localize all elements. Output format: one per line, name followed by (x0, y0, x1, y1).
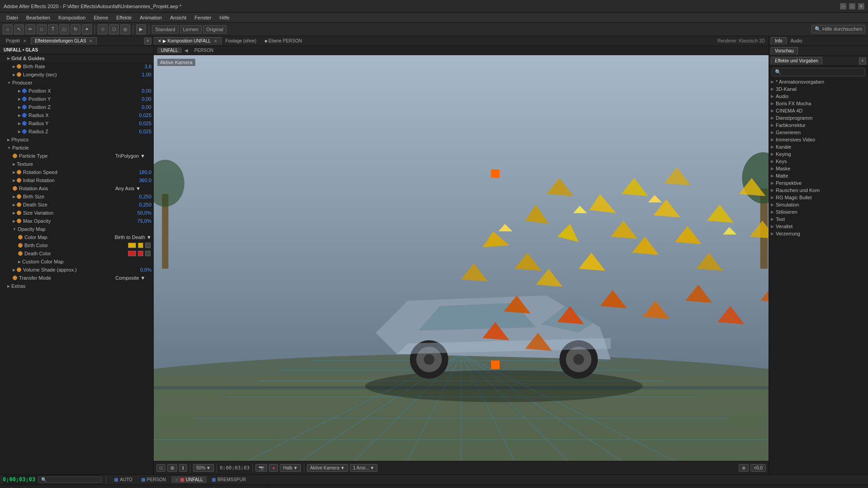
effects-category-item-3[interactable]: ▶ Boris FX Mocha (769, 100, 868, 107)
effects-category-item-0[interactable]: ▶ * Animationsvorgaben (769, 78, 868, 85)
effects-category-item-16[interactable]: ▶ RG Magic Bullet (769, 194, 868, 201)
longevity-toggle[interactable] (13, 73, 15, 77)
transfer-mode-value[interactable]: Composite ▼ (115, 275, 151, 281)
particle-toggle[interactable] (7, 146, 11, 150)
particle-type-value[interactable]: TriPolygon ▼ (115, 153, 151, 159)
pos-y-value[interactable]: 0,00 (115, 96, 151, 102)
rad-y-value[interactable]: 0,025 (115, 121, 151, 126)
size-variation-value[interactable]: 50,0% (115, 210, 151, 216)
rotation-speed-value[interactable]: 180,0 (115, 169, 151, 175)
learn-label[interactable]: Lernen (180, 25, 202, 33)
grid-guides-toggle[interactable] (7, 56, 10, 61)
death-size-toggle[interactable] (13, 203, 15, 207)
anchor-tool[interactable]: ✦ (82, 24, 92, 34)
rad-x-toggle[interactable] (18, 113, 21, 117)
pos-x-toggle[interactable] (18, 89, 21, 93)
search-help[interactable]: 🔍 Hilfe durchsuchen (811, 25, 865, 33)
longevity-value[interactable]: 1,00 (115, 72, 151, 77)
size-variation-toggle[interactable] (13, 211, 15, 215)
select-tool[interactable]: ↖ (14, 24, 24, 34)
vt-quality-btn[interactable]: Halb ▼ (280, 464, 301, 472)
color-map-value[interactable]: Birth to Death ▼ (115, 235, 151, 240)
comp-unfall-close[interactable]: ✕ (214, 39, 217, 43)
volume-shade-value[interactable]: 0,0% (115, 267, 151, 272)
timeline-tab-unfall[interactable]: ✕ UNFALL (171, 476, 207, 483)
project-tab[interactable]: Projekt ✕ (2, 37, 31, 45)
effects-category-item-14[interactable]: ▶ Perspektive (769, 179, 868, 187)
vt-view-btn[interactable]: 1 Ansi... ▼ (350, 464, 377, 472)
text-tool[interactable]: T (48, 24, 58, 34)
menu-effekte[interactable]: Effekte (113, 14, 135, 21)
texture-toggle[interactable] (13, 162, 15, 166)
effects-category-item-15[interactable]: ▶ Rauschen und Korn (769, 187, 868, 194)
birth-rate-value[interactable]: 3,6 (115, 64, 151, 69)
timeline-tab-person[interactable]: PERSON (138, 476, 170, 483)
viewer-area[interactable]: Aktive Kamera (154, 55, 769, 461)
vt-info-btn[interactable]: ℹ (179, 464, 187, 472)
rad-z-toggle[interactable] (18, 130, 21, 134)
birth-color-alpha[interactable] (145, 243, 151, 248)
timeline-tab-bremsspur[interactable]: BREMSSPUR (208, 476, 250, 483)
death-color-swatch-1[interactable] (128, 251, 136, 256)
effects-category-item-18[interactable]: ▶ Stilisieren (769, 208, 868, 216)
rotation-tool[interactable]: ↻ (71, 24, 80, 34)
birth-rate-toggle[interactable] (13, 65, 15, 69)
maximize-button[interactable]: □ (849, 3, 855, 9)
effects-category-item-7[interactable]: ▶ Generieren (769, 129, 868, 136)
menu-ebene[interactable]: Ebene (90, 14, 112, 21)
effects-category-item-20[interactable]: ▶ Veraltet (769, 223, 868, 230)
workspace-label[interactable]: Standard (152, 25, 179, 33)
vt-zoom-btn[interactable]: 50% ▼ (193, 464, 214, 472)
physics-toggle[interactable] (7, 138, 10, 142)
timeline-search-input[interactable] (38, 476, 101, 483)
rad-y-toggle[interactable] (18, 122, 21, 126)
custom-color-map-toggle[interactable] (18, 260, 21, 264)
vt-camera-btn[interactable]: 📷 (255, 464, 267, 472)
vt-grid-btn[interactable]: ⊞ (167, 464, 177, 472)
puppet-tool[interactable]: ☉ (98, 24, 108, 34)
play-button[interactable]: ▶ (136, 24, 146, 34)
max-opacity-toggle[interactable] (13, 219, 15, 223)
effects-category-item-21[interactable]: ▶ Verzerrung (769, 230, 868, 237)
rotation-speed-toggle[interactable] (13, 170, 15, 174)
pos-x-value[interactable]: 0,00 (115, 88, 151, 94)
original-label[interactable]: Original (203, 25, 226, 33)
timeline-tab-auto[interactable]: AUTO (111, 476, 136, 483)
producer-toggle[interactable] (7, 81, 11, 85)
effects-menu-btn[interactable]: ≡ (859, 57, 866, 65)
effect-controls-tab[interactable]: Effekteinstellungen GLAS ✕ (31, 37, 97, 45)
viewer-tab-layer[interactable]: ■ Ebene PERSON (260, 37, 306, 45)
effects-category-item-6[interactable]: ▶ Farbkorrektur (769, 122, 868, 129)
effects-category-item-12[interactable]: ▶ Maske (769, 165, 868, 172)
vt-camera-select-btn[interactable]: Aktive Kamera ▼ (307, 464, 348, 472)
menu-hilfe[interactable]: Hilfe (216, 14, 233, 21)
opacity-map-toggle[interactable] (13, 227, 16, 231)
birth-size-toggle[interactable] (13, 195, 15, 199)
brush-tool[interactable]: ⬡ (109, 24, 119, 34)
viewer-tab-unfall[interactable]: ✕ ▶ Komposition UNFALL ✕ (154, 37, 222, 45)
initial-rotation-toggle[interactable] (13, 178, 15, 183)
corner-handle-bl[interactable] (491, 361, 500, 369)
info-tab[interactable]: Info (771, 37, 787, 45)
rad-x-value[interactable]: 0,025 (115, 113, 151, 118)
death-color-mini[interactable] (138, 251, 143, 256)
vt-region-btn[interactable]: □ (156, 464, 165, 472)
effects-category-item-1[interactable]: ▶ 3D-Kanal (769, 85, 868, 93)
vt-overlay-btn[interactable]: +0,0 (750, 464, 766, 472)
effects-category-item-11[interactable]: ▶ Keys (769, 158, 868, 165)
pos-z-toggle[interactable] (18, 105, 21, 109)
pos-y-toggle[interactable] (18, 97, 21, 101)
timeline-timecode[interactable]: 0;00;03;03 (3, 476, 35, 483)
effects-category-item-8[interactable]: ▶ Immersives Video (769, 136, 868, 143)
project-tab-close[interactable]: ✕ (23, 39, 27, 43)
effects-category-item-5[interactable]: ▶ Dienstprogramm (769, 114, 868, 122)
effect-controls-tab-close[interactable]: ✕ (89, 39, 93, 43)
menu-ansicht[interactable]: Ansicht (166, 14, 190, 21)
death-size-value[interactable]: 0,250 (115, 202, 151, 207)
effects-search-bar[interactable]: 🔍 (772, 68, 865, 76)
audio-tab[interactable]: Audio (787, 37, 807, 45)
preview-tab[interactable]: Vorschau (771, 47, 798, 55)
panel-menu-button[interactable]: ≡ (144, 38, 151, 45)
effects-category-item-9[interactable]: ▶ Kanäle (769, 143, 868, 150)
comp-tab-unfall[interactable]: UNFALL (157, 47, 182, 53)
